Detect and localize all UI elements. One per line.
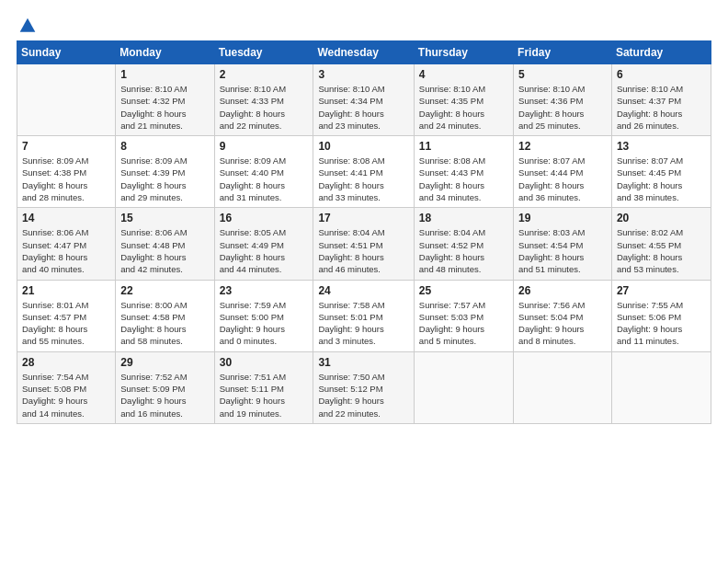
day-info: Sunrise: 8:10 AM Sunset: 4:35 PM Dayligh… xyxy=(419,83,508,132)
day-number: 21 xyxy=(22,284,110,297)
day-info: Sunrise: 8:09 AM Sunset: 4:39 PM Dayligh… xyxy=(120,155,209,203)
week-row-4: 21Sunrise: 8:01 AM Sunset: 4:57 PM Dayli… xyxy=(17,280,711,351)
day-number: 8 xyxy=(120,140,209,153)
page: SundayMondayTuesdayWednesdayThursdayFrid… xyxy=(0,0,728,563)
weekday-header-friday: Friday xyxy=(514,41,612,64)
day-info: Sunrise: 8:02 AM Sunset: 4:55 PM Dayligh… xyxy=(617,226,706,275)
day-number: 23 xyxy=(220,284,309,297)
day-number: 14 xyxy=(22,212,110,224)
day-info: Sunrise: 7:59 AM Sunset: 5:00 PM Dayligh… xyxy=(220,299,309,348)
weekday-header-monday: Monday xyxy=(116,41,214,64)
day-number: 7 xyxy=(22,140,110,153)
day-info: Sunrise: 7:58 AM Sunset: 5:01 PM Dayligh… xyxy=(318,299,408,348)
weekday-header-thursday: Thursday xyxy=(414,41,513,64)
day-number: 18 xyxy=(419,212,508,224)
day-number: 10 xyxy=(318,140,408,153)
day-info: Sunrise: 8:04 AM Sunset: 4:51 PM Dayligh… xyxy=(318,226,408,275)
calendar-cell xyxy=(414,351,513,423)
day-number: 29 xyxy=(120,356,209,369)
calendar-cell: 6Sunrise: 8:10 AM Sunset: 4:37 PM Daylig… xyxy=(611,64,711,136)
calendar: SundayMondayTuesdayWednesdayThursdayFrid… xyxy=(17,40,711,424)
calendar-cell: 4Sunrise: 8:10 AM Sunset: 4:35 PM Daylig… xyxy=(414,64,513,136)
logo xyxy=(17,17,37,31)
calendar-cell: 21Sunrise: 8:01 AM Sunset: 4:57 PM Dayli… xyxy=(17,280,116,351)
day-number: 26 xyxy=(518,284,607,297)
calendar-cell: 16Sunrise: 8:05 AM Sunset: 4:49 PM Dayli… xyxy=(214,208,313,280)
weekday-header-row: SundayMondayTuesdayWednesdayThursdayFrid… xyxy=(17,41,711,64)
calendar-cell: 19Sunrise: 8:03 AM Sunset: 4:54 PM Dayli… xyxy=(514,208,612,280)
calendar-cell: 8Sunrise: 8:09 AM Sunset: 4:39 PM Daylig… xyxy=(116,136,214,208)
day-info: Sunrise: 7:50 AM Sunset: 5:12 PM Dayligh… xyxy=(318,371,408,419)
day-info: Sunrise: 7:56 AM Sunset: 5:04 PM Dayligh… xyxy=(518,299,607,348)
day-info: Sunrise: 8:09 AM Sunset: 4:38 PM Dayligh… xyxy=(22,155,110,203)
header xyxy=(17,17,711,31)
day-info: Sunrise: 8:00 AM Sunset: 4:58 PM Dayligh… xyxy=(120,299,209,348)
day-number: 2 xyxy=(220,68,309,81)
day-number: 4 xyxy=(419,68,508,81)
day-info: Sunrise: 8:10 AM Sunset: 4:33 PM Dayligh… xyxy=(220,83,309,132)
weekday-header-tuesday: Tuesday xyxy=(214,41,313,64)
weekday-header-saturday: Saturday xyxy=(611,41,711,64)
calendar-cell: 25Sunrise: 7:57 AM Sunset: 5:03 PM Dayli… xyxy=(414,280,513,351)
day-number: 22 xyxy=(120,284,209,297)
calendar-cell: 20Sunrise: 8:02 AM Sunset: 4:55 PM Dayli… xyxy=(611,208,711,280)
calendar-cell: 17Sunrise: 8:04 AM Sunset: 4:51 PM Dayli… xyxy=(313,208,414,280)
svg-marker-0 xyxy=(20,18,36,32)
calendar-cell: 1Sunrise: 8:10 AM Sunset: 4:32 PM Daylig… xyxy=(116,64,214,136)
day-number: 30 xyxy=(220,356,309,369)
day-number: 9 xyxy=(220,140,309,153)
calendar-cell xyxy=(17,64,116,136)
day-info: Sunrise: 8:07 AM Sunset: 4:45 PM Dayligh… xyxy=(617,155,706,203)
day-info: Sunrise: 8:04 AM Sunset: 4:52 PM Dayligh… xyxy=(419,226,508,275)
calendar-cell: 28Sunrise: 7:54 AM Sunset: 5:08 PM Dayli… xyxy=(17,351,116,423)
calendar-cell: 11Sunrise: 8:08 AM Sunset: 4:43 PM Dayli… xyxy=(414,136,513,208)
day-number: 15 xyxy=(120,212,209,224)
day-number: 13 xyxy=(617,140,706,153)
week-row-5: 28Sunrise: 7:54 AM Sunset: 5:08 PM Dayli… xyxy=(17,351,711,423)
day-info: Sunrise: 8:06 AM Sunset: 4:48 PM Dayligh… xyxy=(120,226,209,275)
day-info: Sunrise: 8:06 AM Sunset: 4:47 PM Dayligh… xyxy=(22,226,110,275)
day-info: Sunrise: 8:05 AM Sunset: 4:49 PM Dayligh… xyxy=(220,226,309,275)
day-info: Sunrise: 8:10 AM Sunset: 4:34 PM Dayligh… xyxy=(318,83,408,132)
day-info: Sunrise: 8:09 AM Sunset: 4:40 PM Dayligh… xyxy=(220,155,309,203)
day-info: Sunrise: 8:10 AM Sunset: 4:36 PM Dayligh… xyxy=(518,83,607,132)
day-info: Sunrise: 8:08 AM Sunset: 4:41 PM Dayligh… xyxy=(318,155,408,203)
calendar-cell: 2Sunrise: 8:10 AM Sunset: 4:33 PM Daylig… xyxy=(214,64,313,136)
day-info: Sunrise: 7:55 AM Sunset: 5:06 PM Dayligh… xyxy=(617,299,706,348)
week-row-1: 1Sunrise: 8:10 AM Sunset: 4:32 PM Daylig… xyxy=(17,64,711,136)
day-number: 31 xyxy=(318,356,408,369)
week-row-2: 7Sunrise: 8:09 AM Sunset: 4:38 PM Daylig… xyxy=(17,136,711,208)
calendar-cell: 10Sunrise: 8:08 AM Sunset: 4:41 PM Dayli… xyxy=(313,136,414,208)
calendar-cell: 30Sunrise: 7:51 AM Sunset: 5:11 PM Dayli… xyxy=(214,351,313,423)
week-row-3: 14Sunrise: 8:06 AM Sunset: 4:47 PM Dayli… xyxy=(17,208,711,280)
day-info: Sunrise: 8:01 AM Sunset: 4:57 PM Dayligh… xyxy=(22,299,110,348)
day-info: Sunrise: 8:08 AM Sunset: 4:43 PM Dayligh… xyxy=(419,155,508,203)
day-info: Sunrise: 7:57 AM Sunset: 5:03 PM Dayligh… xyxy=(419,299,508,348)
day-info: Sunrise: 7:52 AM Sunset: 5:09 PM Dayligh… xyxy=(120,371,209,419)
day-number: 17 xyxy=(318,212,408,224)
calendar-cell: 7Sunrise: 8:09 AM Sunset: 4:38 PM Daylig… xyxy=(17,136,116,208)
calendar-cell: 24Sunrise: 7:58 AM Sunset: 5:01 PM Dayli… xyxy=(313,280,414,351)
day-number: 25 xyxy=(419,284,508,297)
calendar-cell: 9Sunrise: 8:09 AM Sunset: 4:40 PM Daylig… xyxy=(214,136,313,208)
day-number: 11 xyxy=(419,140,508,153)
calendar-cell: 26Sunrise: 7:56 AM Sunset: 5:04 PM Dayli… xyxy=(514,280,612,351)
weekday-header-wednesday: Wednesday xyxy=(313,41,414,64)
calendar-cell: 29Sunrise: 7:52 AM Sunset: 5:09 PM Dayli… xyxy=(116,351,214,423)
calendar-cell: 3Sunrise: 8:10 AM Sunset: 4:34 PM Daylig… xyxy=(313,64,414,136)
logo-icon xyxy=(18,17,37,35)
day-info: Sunrise: 7:54 AM Sunset: 5:08 PM Dayligh… xyxy=(22,371,110,419)
calendar-cell: 22Sunrise: 8:00 AM Sunset: 4:58 PM Dayli… xyxy=(116,280,214,351)
day-info: Sunrise: 8:07 AM Sunset: 4:44 PM Dayligh… xyxy=(518,155,607,203)
day-info: Sunrise: 8:10 AM Sunset: 4:37 PM Dayligh… xyxy=(617,83,706,132)
day-number: 1 xyxy=(120,68,209,81)
calendar-cell: 31Sunrise: 7:50 AM Sunset: 5:12 PM Dayli… xyxy=(313,351,414,423)
calendar-cell: 12Sunrise: 8:07 AM Sunset: 4:44 PM Dayli… xyxy=(514,136,612,208)
day-number: 20 xyxy=(617,212,706,224)
calendar-cell: 27Sunrise: 7:55 AM Sunset: 5:06 PM Dayli… xyxy=(611,280,711,351)
day-number: 5 xyxy=(518,68,607,81)
day-number: 24 xyxy=(318,284,408,297)
calendar-cell: 14Sunrise: 8:06 AM Sunset: 4:47 PM Dayli… xyxy=(17,208,116,280)
day-number: 3 xyxy=(318,68,408,81)
day-info: Sunrise: 7:51 AM Sunset: 5:11 PM Dayligh… xyxy=(220,371,309,419)
